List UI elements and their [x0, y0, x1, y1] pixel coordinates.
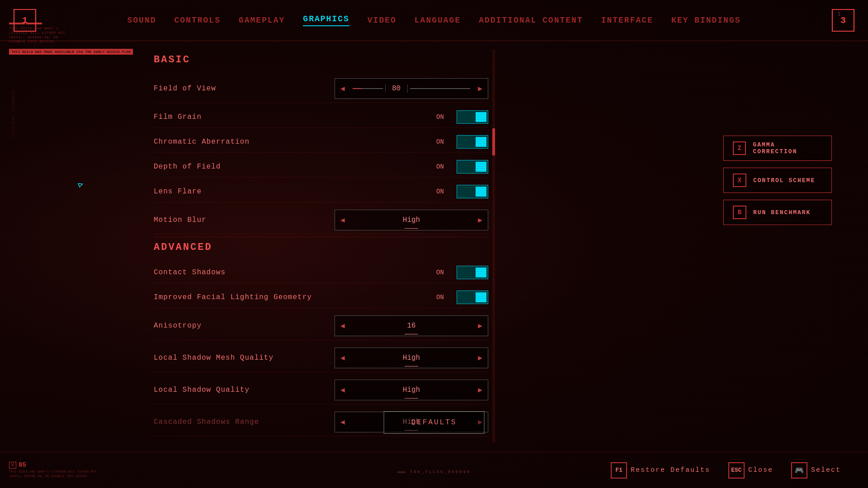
nav-badge-left: 1	[14, 9, 36, 32]
tab-sound[interactable]: SOUND	[127, 16, 156, 25]
shadow-quality-value: High	[350, 386, 473, 394]
version-info: V 85 THIS BUILD AND WHAT'S LICENSED WILL…	[9, 461, 99, 479]
shadow-mesh-quality-label: Local Shadow Mesh Quality	[154, 354, 274, 362]
shadow-mesh-quality-selector[interactable]: ◀ High ▶	[335, 347, 488, 368]
fov-decrease-arrow[interactable]: ◀	[335, 80, 350, 97]
cascaded-shadows-label: Cascaded Shadows Range	[154, 418, 259, 426]
setting-motion-blur: Motion Blur ◀ High ▶	[154, 206, 488, 235]
lens-flare-toggle[interactable]	[457, 185, 488, 198]
tab-graphics[interactable]: GRAPHICS	[303, 14, 349, 26]
restore-defaults-label: Restore Defaults	[631, 466, 710, 474]
control-scheme-label: CONTROL SCHEME	[753, 177, 815, 184]
right-action-panel: Z GAMMA CORRECTION X CONTROL SCHEME B RU…	[723, 136, 832, 225]
depth-of-field-label: Depth of Field	[154, 163, 221, 171]
defaults-button[interactable]: DEFAULTS	[384, 411, 485, 434]
right-top-number: 1	[838, 11, 841, 18]
setting-shadow-mesh-quality: Local Shadow Mesh Quality ◀ High ▶	[154, 344, 488, 372]
anisotropy-value: 16	[350, 322, 473, 330]
facial-lighting-toggle[interactable]	[457, 291, 488, 304]
motion-blur-selector[interactable]: ◀ High ▶	[335, 210, 488, 230]
setting-chromatic-aberration: Chromatic Aberration ON	[154, 131, 488, 153]
depth-of-field-toggle[interactable]	[457, 160, 488, 174]
v-number: 85	[19, 461, 26, 469]
basic-section-header: Basic	[154, 54, 488, 66]
shadow-quality-next-arrow[interactable]: ▶	[472, 382, 488, 398]
motion-blur-label: Motion Blur	[154, 216, 207, 224]
contact-shadows-toggle[interactable]	[457, 266, 488, 279]
close-badge: ESC	[728, 462, 745, 479]
top-navigation: 1 SOUND CONTROLS GAMEPLAY GRAPHICS VIDEO…	[0, 0, 868, 41]
anisotropy-selector[interactable]: ◀ 16 ▶	[335, 315, 488, 336]
facial-lighting-status: ON	[436, 294, 450, 301]
run-benchmark-label: RUN BENCHMARK	[753, 209, 811, 216]
facial-lighting-toggle-container: ON	[436, 291, 488, 304]
lens-flare-status: ON	[436, 188, 450, 195]
tab-controls[interactable]: CONTROLS	[175, 16, 221, 25]
version-text: THIS BUILD AND WHAT'S LICENSED WILL EITH…	[9, 470, 99, 479]
select-label: Select	[811, 466, 841, 474]
fov-increase-arrow[interactable]: ▶	[472, 80, 488, 97]
close-action[interactable]: ESC Close	[728, 462, 773, 479]
fov-track-fill	[353, 88, 362, 89]
left-vertical-text: GRAPHICS SETTINGS	[11, 90, 15, 138]
gamma-correction-label: GAMMA CORRECTION	[753, 141, 822, 155]
v-label: V	[9, 462, 16, 469]
shadow-quality-prev-arrow[interactable]: ◀	[335, 382, 350, 398]
motion-blur-prev-arrow[interactable]: ◀	[335, 212, 350, 228]
depth-of-field-status: ON	[436, 163, 450, 170]
shadow-mesh-next-arrow[interactable]: ▶	[472, 350, 488, 366]
shadow-mesh-prev-arrow[interactable]: ◀	[335, 350, 350, 366]
anisotropy-label: Anisotropy	[154, 322, 202, 330]
run-benchmark-button[interactable]: B RUN BENCHMARK	[723, 200, 832, 225]
contact-shadows-label: Contact Shadows	[154, 268, 226, 277]
film-grain-toggle[interactable]	[457, 110, 488, 124]
tab-language[interactable]: LANGUAGE	[415, 16, 461, 25]
shadow-quality-label: Local Shadow Quality	[154, 386, 250, 394]
fov-value: 80	[385, 84, 408, 93]
advanced-settings-list: Contact Shadows ON Improved Facial Light…	[154, 262, 488, 436]
restore-defaults-badge: F1	[611, 462, 627, 479]
lens-flare-toggle-container: ON	[436, 185, 488, 198]
tab-gameplay[interactable]: GAMEPLAY	[239, 16, 285, 25]
gamma-correction-badge: Z	[733, 141, 746, 155]
motion-blur-next-arrow[interactable]: ▶	[472, 212, 488, 228]
version-badge: V 85	[9, 461, 99, 469]
restore-defaults-action[interactable]: F1 Restore Defaults	[611, 462, 710, 479]
scrollbar-thumb[interactable]	[492, 128, 495, 155]
shadow-mesh-quality-value: High	[350, 354, 473, 362]
depth-of-field-toggle-container: ON	[436, 160, 488, 174]
run-benchmark-badge: B	[733, 206, 746, 219]
chromatic-aberration-label: Chromatic Aberration	[154, 138, 250, 146]
cascaded-shadows-prev-arrow[interactable]: ◀	[335, 414, 350, 430]
setting-film-grain: Film Grain ON	[154, 107, 488, 128]
chromatic-aberration-toggle[interactable]	[457, 135, 488, 149]
logo-tag: THIS BUILD WAS MADE AVAILABLE VIA THE EA…	[9, 49, 133, 55]
setting-shadow-quality: Local Shadow Quality ◀ High ▶	[154, 376, 488, 404]
gamma-correction-button[interactable]: Z GAMMA CORRECTION	[723, 136, 832, 161]
advanced-section-header: Advanced	[154, 242, 488, 253]
tab-additional-content[interactable]: ADDITIONAL CONTENT	[479, 16, 583, 25]
fov-slider-control[interactable]: ◀ 80 ▶	[335, 78, 488, 99]
anisotropy-next-arrow[interactable]: ▶	[472, 318, 488, 334]
facial-lighting-label: Improved Facial Lighting Geometry	[154, 293, 312, 301]
shadow-quality-selector[interactable]: ◀ High ▶	[335, 380, 488, 400]
main-container: THIS BUILD AND WHAT'S LICENSED WILL EITH…	[0, 0, 868, 488]
film-grain-status: ON	[436, 113, 450, 121]
anisotropy-prev-arrow[interactable]: ◀	[335, 318, 350, 334]
fov-track	[353, 88, 383, 89]
control-scheme-button[interactable]: X CONTROL SCHEME	[723, 168, 832, 193]
tab-video[interactable]: VIDEO	[368, 16, 396, 25]
settings-scrollbar[interactable]	[492, 50, 495, 443]
settings-panel: Basic Field of View ◀ 80 ▶ Film Grain	[154, 50, 488, 443]
center-code: TRK_TLCAS_R60098	[410, 470, 471, 474]
tab-interface[interactable]: INTERFACE	[601, 16, 653, 25]
chromatic-aberration-status: ON	[436, 138, 450, 145]
setting-contact-shadows: Contact Shadows ON	[154, 262, 488, 283]
tab-key-bindings[interactable]: KEY BINDINGS	[671, 16, 741, 25]
contact-shadows-toggle-container: ON	[436, 266, 488, 279]
center-bottom-text: ▲▲▲ TRK_TLCAS_R60098	[397, 469, 471, 474]
fov-track-right	[410, 88, 471, 89]
film-grain-toggle-container: ON	[436, 110, 488, 124]
contact-shadows-status: ON	[436, 269, 450, 276]
select-action[interactable]: 🎮 Select	[791, 462, 841, 479]
